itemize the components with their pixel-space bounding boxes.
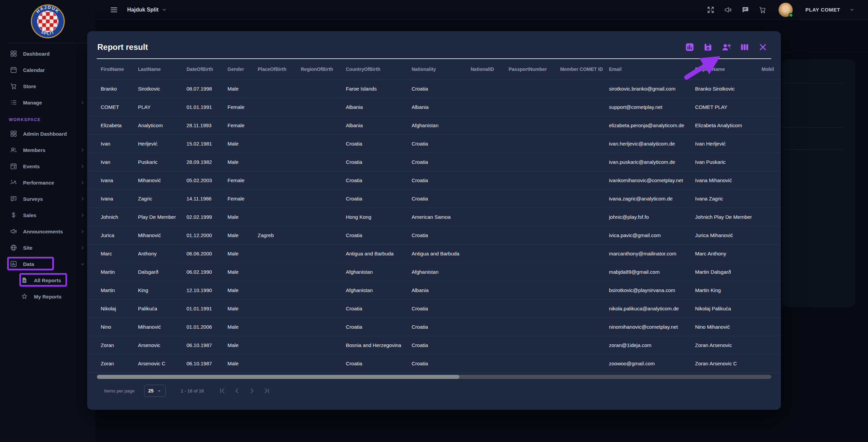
table-row[interactable]: IvanHerljević15.02.1981MaleCroatiaCroati… (87, 135, 781, 153)
table-row[interactable]: JohnichPlay De Member02.02.1999MaleHong … (87, 208, 781, 226)
avatar[interactable] (778, 3, 793, 17)
sidebar-item-admin-dashboard[interactable]: Admin Dashboard (0, 126, 95, 142)
sidebar-item-data[interactable]: Data (0, 256, 95, 272)
chevron-down-icon[interactable] (849, 7, 854, 12)
chevron-right-icon (80, 245, 85, 250)
table-cell: Martin (101, 287, 138, 293)
list-icon (9, 98, 18, 107)
table-cell: 01.01.2006 (186, 324, 228, 330)
column-header-gender[interactable]: Gender (228, 66, 258, 72)
table-cell: elizabeta.peronja@analyticom.de (609, 122, 695, 128)
sidebar-item-announcements[interactable]: Announcements (0, 223, 95, 239)
table-row[interactable]: NikolajPalikuća01.01.1991MaleCroatiaCroa… (87, 300, 781, 318)
table-cell: Male (228, 269, 258, 275)
table-row[interactable]: JuricaMihanović01.12.2000MaleZagrebCroat… (87, 226, 781, 245)
table-row[interactable]: BrankoSirotkovic08.07.1998MaleFaroe Isla… (87, 80, 781, 98)
next-page-button[interactable] (248, 386, 257, 395)
add-members-button[interactable] (721, 42, 731, 52)
column-header-countryofbirth[interactable]: CountryOfBirth (346, 66, 412, 72)
dashboard-grid-icon (9, 130, 18, 138)
column-header-lastname[interactable]: LastName (138, 66, 186, 72)
chat-icon[interactable] (741, 6, 749, 14)
table-cell: Elizabeta (101, 122, 138, 128)
column-header-displayname[interactable]: DisplayName (695, 66, 762, 72)
club-selector[interactable]: Hajduk Split (127, 7, 167, 13)
sidebar-item-store[interactable]: Store (0, 78, 95, 94)
sidebar-item-calendar[interactable]: Calendar (0, 62, 95, 78)
table-row[interactable]: IvanaMihanović05.02.2003FemaleCroatiaCro… (87, 171, 781, 190)
column-header-firstname[interactable]: FirstName (101, 66, 138, 72)
sidebar-item-dashboard[interactable]: Dashboard (0, 45, 95, 62)
sidebar-item-members[interactable]: Members (0, 142, 95, 158)
column-header-email[interactable]: Email (609, 66, 695, 72)
cart-icon[interactable] (758, 6, 767, 14)
table-row[interactable]: NinoMihanović01.01.2006MaleCroatiaCroati… (87, 318, 781, 336)
sidebar-item-events[interactable]: Events (0, 158, 95, 174)
table-cell: Zoran (101, 342, 138, 348)
table-cell: Nikolaj (101, 306, 138, 311)
close-button[interactable] (758, 42, 768, 52)
table-row[interactable]: MarcAnthony06.06.2000MaleAntigua and Bar… (87, 245, 781, 263)
table-cell: Palikuća (138, 306, 186, 311)
page-size-select[interactable]: 25 (144, 385, 166, 397)
table-cell: PLAY (138, 104, 186, 110)
chart-view-button[interactable] (685, 42, 695, 52)
table-cell: Martin (101, 269, 138, 275)
table-row[interactable]: IvanaZagric14.11.1986FemaleCroatiaCroati… (87, 190, 781, 208)
table-cell: Mihanović (138, 177, 186, 183)
sidebar-item-label: All Reports (34, 277, 61, 283)
table-row[interactable]: ElizabetaAnalyticom28.11.1993FemaleAlban… (87, 116, 781, 135)
sidebar-item-label: Performance (23, 180, 54, 186)
previous-page-button[interactable] (233, 386, 242, 395)
column-header-mobil[interactable]: Mobil (762, 66, 781, 72)
table-cell: Zoran Arsenovic (695, 342, 762, 348)
column-header-passportnumber[interactable]: PassportNumber (509, 66, 560, 72)
online-status-dot (789, 13, 793, 17)
sidebar-item-my-reports[interactable]: My Reports (0, 288, 95, 305)
fullscreen-icon[interactable] (707, 6, 715, 14)
club-logo[interactable]: HAJDUK SPLIT (0, 0, 95, 43)
sidebar-item-label: Manage (23, 100, 42, 105)
table-cell: Male (228, 214, 258, 220)
megaphone-icon[interactable] (724, 6, 732, 14)
user-menu[interactable]: PLAY COMET (805, 7, 840, 13)
table-cell: Antigua and Barbuda (346, 251, 412, 256)
horizontal-scrollbar[interactable] (97, 375, 771, 379)
table-row[interactable]: COMETPLAY01.01.1991FemaleAlbaniaAlbanias… (87, 98, 781, 116)
table-cell: Arsenovic C (138, 361, 186, 366)
menu-toggle-button[interactable] (110, 5, 118, 14)
column-header-member-comet-id[interactable]: Member COMET ID (560, 66, 609, 72)
save-report-button[interactable] (703, 42, 713, 52)
table-cell: Croatia (346, 232, 412, 238)
sidebar-item-site[interactable]: Site (0, 239, 95, 256)
table-cell: Mihanović (138, 324, 186, 330)
table-row[interactable]: ZoranArsenovic06.10.1987MaleBosnia and H… (87, 336, 781, 354)
last-page-button[interactable] (263, 386, 272, 395)
table-row[interactable]: ZoranArsenovic C06.10.1987MaleCroatiaCro… (87, 354, 781, 373)
scrollbar-thumb[interactable] (97, 375, 459, 379)
sidebar-item-performance[interactable]: Performance (0, 174, 95, 191)
sidebar-item-label: Admin Dashboard (23, 131, 67, 137)
column-header-nationalid[interactable]: NationalID (471, 66, 509, 72)
first-page-button[interactable] (218, 386, 227, 395)
table-row[interactable]: MartinDalsgarð06.02.1990MaleAfghanistanA… (87, 263, 781, 281)
column-header-placeofbirth[interactable]: PlaceOfBirth (258, 66, 301, 72)
table-cell: Croatia (412, 159, 471, 165)
table-cell: zoowoo@gmail.com (609, 361, 695, 366)
column-header-dateofbirth[interactable]: DateOfBirth (186, 66, 228, 72)
chevron-right-icon (80, 196, 85, 201)
table-cell: 15.02.1981 (186, 141, 228, 147)
sidebar-item-sales[interactable]: Sales (0, 207, 95, 223)
table-cell: 05.02.2003 (186, 177, 228, 183)
columns-button[interactable] (739, 42, 750, 52)
column-header-regionofbirth[interactable]: RegionOfBirth (301, 66, 346, 72)
table-cell: johnic@play.fsf.fo (609, 214, 695, 220)
sidebar-item-all-reports[interactable]: All Reports (0, 272, 95, 288)
sidebar-item-manage[interactable]: Manage (0, 94, 95, 111)
table-cell: Ivana Mihanović (695, 177, 762, 183)
column-header-nationality[interactable]: Nationality (412, 66, 471, 72)
table-cell: 06.06.2000 (186, 251, 228, 256)
table-row[interactable]: IvanPuskaric28.09.1982MaleCroatiaCroatia… (87, 153, 781, 171)
sidebar-item-surveys[interactable]: Surveys (0, 191, 95, 207)
table-row[interactable]: MartinKing12.10.1990MaleAfghanistanAlban… (87, 281, 781, 300)
